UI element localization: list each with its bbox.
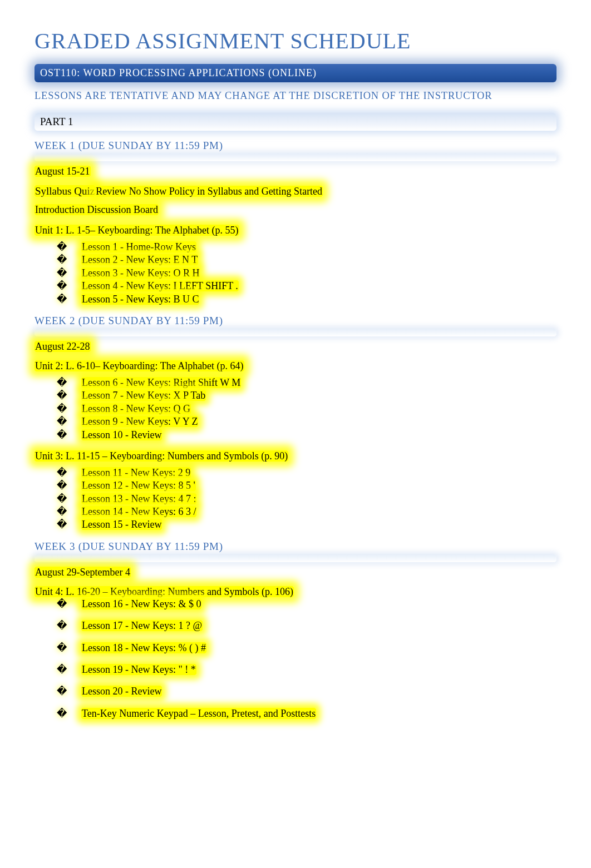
list-item: Lesson 19 - New Keys: " ! * xyxy=(57,663,556,676)
week-underbar xyxy=(35,153,556,161)
syllabus-line: Syllabus QuizReview No Show Policy in Sy… xyxy=(35,185,556,197)
list-item: Lesson 15 - Review xyxy=(57,518,556,531)
list-item: Lesson 2 - New Keys: E N T xyxy=(57,254,556,266)
week-underbar xyxy=(35,329,556,336)
list-item: Lesson 14 - New Keys: 6 3 / xyxy=(57,505,556,518)
list-item: Ten-Key Numeric Keypad – Lesson, Pretest… xyxy=(57,707,556,720)
list-item: Lesson 9 - New Keys: V Y Z xyxy=(57,415,556,428)
list-item: Lesson 12 - New Keys: 8 5 ' xyxy=(57,479,556,492)
week-section: WEEK 3 (DUE SUNDAY BY 11:59 PM) August 2… xyxy=(35,540,556,720)
part-banner: PART 1 xyxy=(35,113,556,131)
disclaimer-text: LESSONS ARE TENTATIVE AND MAY CHANGE AT … xyxy=(35,90,556,102)
week-date: August 15-21 xyxy=(35,166,556,177)
list-item: Lesson 16 - New Keys: & $ 0 xyxy=(57,598,556,611)
unit-line: Unit 4: L. 16-20 – Keyboarding: Numbers … xyxy=(35,586,556,598)
list-item: Lesson 3 - New Keys: O R H xyxy=(57,267,556,280)
list-item: Lesson 18 - New Keys: % ( ) # xyxy=(57,642,556,654)
list-item: Lesson 20 - Review xyxy=(57,685,556,698)
lesson-list: Lesson 1 - Home-Row Keys Lesson 2 - New … xyxy=(57,241,556,306)
week-heading: WEEK 2 (DUE SUNDAY BY 11:59 PM) xyxy=(35,315,556,327)
unit-line: Unit 2: L. 6-10– Keyboarding: The Alphab… xyxy=(35,360,556,372)
lesson-list: Lesson 16 - New Keys: & $ 0 Lesson 17 - … xyxy=(57,598,556,720)
unit-line: Unit 1: L. 1-5– Keyboarding: The Alphabe… xyxy=(35,225,556,236)
list-item: Lesson 4 - New Keys: I LEFT SHIFT . xyxy=(57,280,556,292)
list-item: Lesson 17 - New Keys: 1 ? @ xyxy=(57,619,556,632)
week-section: WEEK 2 (DUE SUNDAY BY 11:59 PM) August 2… xyxy=(35,315,556,532)
syllabus-label: Syllabus Quiz xyxy=(35,185,95,197)
list-item: Lesson 5 - New Keys: B U C xyxy=(57,293,556,306)
week-heading: WEEK 1 (DUE SUNDAY BY 11:59 PM) xyxy=(35,140,556,152)
intro-line: Introduction Discussion Board xyxy=(35,204,556,216)
list-item: Lesson 1 - Home-Row Keys xyxy=(57,241,556,254)
list-item: Lesson 10 - Review xyxy=(57,429,556,442)
list-item: Lesson 8 - New Keys: Q G xyxy=(57,403,556,415)
week-heading: WEEK 3 (DUE SUNDAY BY 11:59 PM) xyxy=(35,540,556,553)
course-name: OST110: WORD PROCESSING APPLICATIONS (ON… xyxy=(40,67,317,78)
week-date: August 29-September 4 xyxy=(35,567,556,578)
lesson-list: Lesson 11 - New Keys: 2 9 Lesson 12 - Ne… xyxy=(57,467,556,532)
list-item: Lesson 6 - New Keys: Right Shift W M xyxy=(57,376,556,389)
course-banner: OST110: WORD PROCESSING APPLICATIONS (ON… xyxy=(35,64,556,82)
list-item: Lesson 7 - New Keys: X P Tab xyxy=(57,389,556,402)
page-title: GRADED ASSIGNMENT SCHEDULE xyxy=(35,28,556,54)
list-item: Lesson 11 - New Keys: 2 9 xyxy=(57,467,556,479)
week-underbar xyxy=(35,554,556,562)
list-item: Lesson 13 - New Keys: 4 7 : xyxy=(57,493,556,505)
week-section: WEEK 1 (DUE SUNDAY BY 11:59 PM) August 1… xyxy=(35,140,556,306)
lesson-list: Lesson 6 - New Keys: Right Shift W M Les… xyxy=(57,376,556,442)
unit-line: Unit 3: L. 11-15 – Keyboarding: Numbers … xyxy=(35,450,556,462)
syllabus-text: Review No Show Policy in Syllabus and Ge… xyxy=(95,186,323,197)
part-label: PART 1 xyxy=(40,116,73,127)
week-date: August 22-28 xyxy=(35,341,556,353)
